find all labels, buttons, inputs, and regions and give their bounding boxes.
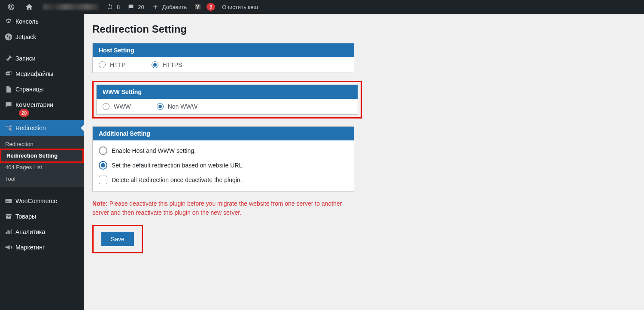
sidebar-item-label: Маркетинг [15,244,45,251]
host-setting-panel: Host Setting HTTP HTTPS [92,43,354,73]
sidebar-item-label: Redirection [15,125,46,131]
yoast-link[interactable]: 3 [190,0,219,14]
add-new-label: Добавить [162,4,187,10]
submenu-tool[interactable]: Tool [0,173,84,185]
comment-icon [4,100,13,109]
save-button[interactable]: Save [101,232,134,246]
megaphone-icon [4,243,13,252]
clear-cache-label: Очистить кеш [222,4,258,10]
site-name-blurred[interactable] [39,0,102,14]
checkbox-icon [99,176,107,184]
woocommerce-icon: Woo [4,197,13,205]
note-body: Please deactivate this plugin before you… [92,200,342,216]
home-icon [25,3,33,11]
www-option-www[interactable]: WWW [103,103,131,110]
shuffle-icon [4,124,13,132]
option-enable-host-www[interactable]: Enable Host and WWW setting. [99,146,348,155]
plus-icon [151,3,160,11]
sidebar-item-dashboard[interactable]: Консоль [0,14,84,29]
option-label: Set the default redirection based on web… [112,162,244,169]
sidebar-item-media[interactable]: Медиафайлы [0,66,84,82]
clear-cache-link[interactable]: Очистить кеш [219,0,261,14]
sidebar-item-analytics[interactable]: Аналитика [0,224,84,240]
redirection-submenu: Redirection Redirection Setting 404 Page… [0,136,84,187]
radio-icon [157,103,164,110]
additional-panel-header: Additional Setting [93,127,354,140]
sidebar-item-label: Товары [15,213,36,220]
www-setting-panel: WWW Setting WWW Non WWW [96,85,358,115]
sidebar-item-label: Консоль [15,18,39,25]
radio-icon [99,146,107,155]
sidebar-item-posts[interactable]: Записи [0,51,84,66]
sidebar-item-label: Страницы [15,86,44,93]
admin-sidebar: Консоль Jetpack Записи Медиафайлы Страни… [0,14,84,310]
jetpack-icon [4,33,13,41]
sidebar-item-label: Jetpack [15,33,36,40]
host-panel-header: Host Setting [93,43,354,57]
page-title: Redirection Setting [92,23,635,35]
sidebar-item-label: Аналитика [15,228,45,235]
radio-icon [99,161,107,170]
yoast-icon [194,3,202,11]
sidebar-item-label: Медиафайлы [15,70,53,77]
www-panel-header: WWW Setting [97,85,358,99]
sidebar-item-redirection[interactable]: Redirection [0,120,84,136]
option-label: HTTP [110,61,126,68]
submenu-redirection[interactable]: Redirection [0,138,84,150]
option-label: Enable Host and WWW setting. [112,147,196,154]
www-setting-highlight: WWW Setting WWW Non WWW [92,81,362,119]
comments-link[interactable]: 20 [123,0,147,14]
sidebar-item-label: Записи [15,55,35,62]
refresh-icon [106,3,114,11]
option-default-redirection[interactable]: Set the default redirection based on web… [99,161,348,170]
add-new-link[interactable]: Добавить [148,0,190,14]
option-delete-on-deactivate[interactable]: Delete all Redirection once deactivate t… [99,176,348,184]
www-option-non-www[interactable]: Non WWW [157,103,197,110]
comment-icon [127,3,135,11]
option-label: Non WWW [168,103,197,110]
sidebar-item-products[interactable]: Товары [0,209,84,224]
sidebar-item-label: Комментарии [15,101,53,108]
comments-badge: 20 [19,109,29,117]
admin-topbar: 8 20 Добавить 3 Очистить кеш [0,0,644,14]
sidebar-item-pages[interactable]: Страницы [0,82,84,97]
option-label: HTTPS [163,61,182,68]
submenu-404-pages[interactable]: 404 Pages List [0,161,84,173]
option-label: Delete all Redirection once deactivate t… [112,176,242,183]
note-text: Note: Please deactivate this plugin befo… [92,199,354,217]
radio-icon [152,61,158,68]
analytics-icon [4,228,13,236]
radio-icon [99,61,106,68]
comments-count: 20 [138,4,144,10]
save-highlight: Save [92,225,143,253]
host-option-https[interactable]: HTTPS [152,61,182,68]
sidebar-item-woocommerce[interactable]: Woo WooCommerce [0,193,84,209]
yoast-badge: 3 [207,3,215,11]
radio-icon [103,103,109,110]
updates-count: 8 [117,4,120,10]
archive-icon [4,212,13,221]
sidebar-item-label: WooCommerce [15,198,57,204]
sidebar-item-marketing[interactable]: Маркетинг [0,240,84,255]
note-label: Note: [92,200,108,207]
pin-icon [4,54,13,63]
svg-point-0 [5,33,12,41]
option-label: WWW [114,103,131,110]
page-icon [4,85,13,94]
host-option-http[interactable]: HTTP [99,61,126,68]
additional-setting-panel: Additional Setting Enable Host and WWW s… [92,126,354,191]
svg-text:Woo: Woo [6,200,12,203]
updates-link[interactable]: 8 [102,0,123,14]
main-content: Redirection Setting Host Setting HTTP HT… [84,14,644,310]
dashboard-icon [4,17,13,26]
home-link[interactable] [21,0,39,14]
site-name-redacted [43,4,99,10]
sidebar-item-jetpack[interactable]: Jetpack [0,29,84,45]
submenu-redirection-setting[interactable]: Redirection Setting [1,150,82,161]
media-icon [4,70,13,78]
wp-logo[interactable] [3,0,21,14]
sidebar-item-comments[interactable]: Комментарии 20 [0,97,84,120]
wordpress-icon [7,3,15,11]
